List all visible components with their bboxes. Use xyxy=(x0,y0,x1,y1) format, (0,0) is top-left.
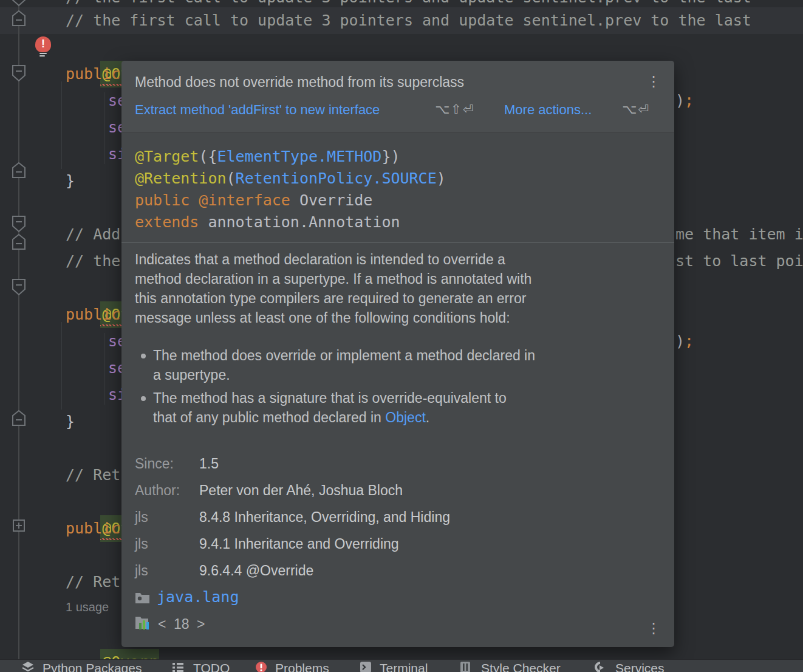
services-icon xyxy=(594,661,606,672)
more-actions-link[interactable]: More actions... xyxy=(504,102,592,118)
popup-divider xyxy=(121,242,674,243)
code-fragment[interactable]: ); xyxy=(675,87,694,114)
ide-window: ! // the first call to update 3 pointers… xyxy=(0,0,803,672)
doc-bullet-line: The method has a signature that is overr… xyxy=(153,390,507,406)
error-doc-popup: Method does not override method from its… xyxy=(121,61,674,647)
fold-marker-icon xyxy=(13,11,25,26)
toolbar-item-style-checker[interactable]: Style Checker xyxy=(481,661,561,672)
pager-next-button[interactable]: > xyxy=(197,616,205,632)
pager-prev-button[interactable]: < xyxy=(158,616,166,632)
indent-guide xyxy=(61,81,62,169)
error-message: Method does not override method from its… xyxy=(135,74,464,91)
popup-header: Method does not override method from its… xyxy=(121,61,674,133)
problems-icon xyxy=(255,661,267,672)
package-link[interactable]: java.lang xyxy=(157,588,239,606)
doc-bullet-line: a supertype. xyxy=(153,367,230,383)
doc-paragraph-line: message unless at least one of the follo… xyxy=(135,310,510,326)
usages-inlay-hint[interactable]: 1 usage xyxy=(66,600,109,614)
toolbar-item-problems[interactable]: Problems xyxy=(275,661,329,672)
doc-pager-icon xyxy=(135,615,152,631)
kebab-menu-icon[interactable]: ⋮ xyxy=(646,621,661,636)
editor-gutter[interactable] xyxy=(0,0,67,659)
style-checker-icon xyxy=(459,661,471,672)
package-folder-icon xyxy=(135,591,151,604)
code-line[interactable]: } xyxy=(66,408,75,435)
fold-marker-icon xyxy=(13,0,25,5)
more-actions-shortcut: ⌥⏎ xyxy=(622,102,650,117)
decl-line-signature: public @interface Override xyxy=(135,190,372,211)
code-line[interactable]: public xyxy=(66,61,120,87)
decl-line-extends: extends annotation.Annotation xyxy=(135,211,400,233)
doc-pager: < 18 > xyxy=(158,616,205,633)
fold-marker-icon xyxy=(13,216,25,231)
error-bulb-icon[interactable]: ! xyxy=(35,36,51,56)
decl-line-retention: @Retention(RetentionPolicy.SOURCE) xyxy=(135,168,446,190)
pager-count: 18 xyxy=(174,616,190,632)
code-line[interactable]: // Ret xyxy=(66,569,120,595)
doc-paragraph-line: Indicates that a method declaration is i… xyxy=(135,252,505,268)
code-line[interactable]: public xyxy=(66,301,120,328)
fold-marker-icon xyxy=(13,66,25,81)
code-line[interactable]: // Ret xyxy=(66,462,120,489)
code-fragment[interactable]: ); xyxy=(675,328,694,355)
quickfix-shortcut: ⌥⇧⏎ xyxy=(435,102,474,117)
toolbar-item-terminal[interactable]: Terminal xyxy=(380,661,428,672)
indent-guide xyxy=(61,322,62,410)
tool-window-bar: Python Packages TODO Problems Terminal S… xyxy=(0,659,803,672)
code-line[interactable]: public xyxy=(66,515,120,542)
fold-marker-icon xyxy=(13,279,25,295)
code-line[interactable]: // the xyxy=(66,248,120,275)
toolbar-item-todo[interactable]: TODO xyxy=(193,661,230,672)
python-packages-icon xyxy=(22,661,34,672)
toolbar-item-python-packages[interactable]: Python Packages xyxy=(43,661,142,672)
doc-paragraph-line: this annotation type compilers are requi… xyxy=(135,290,526,307)
bullet-icon xyxy=(141,396,146,401)
quickfix-link[interactable]: Extract method 'addFirst' to new interfa… xyxy=(135,102,380,118)
bullet-icon xyxy=(141,354,146,358)
terminal-icon xyxy=(360,661,372,672)
quickfix-row: Extract method 'addFirst' to new interfa… xyxy=(121,102,674,122)
decl-line-target: @Target({ElementType.METHOD}) xyxy=(135,146,400,168)
toolbar-item-services[interactable]: Services xyxy=(615,661,665,672)
code-line[interactable]: // Add xyxy=(66,221,120,248)
code-line[interactable]: } xyxy=(66,168,75,194)
doc-bullet-line: The method does override or implement a … xyxy=(153,348,535,364)
code-fragment[interactable]: me that item i xyxy=(675,221,803,248)
fold-marker-icon xyxy=(13,411,25,425)
fold-marker-icon xyxy=(13,235,25,249)
fold-marker-icon xyxy=(13,163,25,177)
kebab-menu-icon[interactable]: ⋮ xyxy=(646,74,661,89)
code-fragment[interactable]: st to last poi xyxy=(675,248,803,275)
doc-bullet-line: that of any public method declared in Ob… xyxy=(153,410,429,426)
object-link[interactable]: Object xyxy=(385,410,425,425)
todo-icon xyxy=(172,661,184,672)
code-line-comment[interactable]: // the first call to update 3 pointers a… xyxy=(66,7,751,34)
doc-paragraph-line: method declaration in a supertype. If a … xyxy=(135,271,531,287)
